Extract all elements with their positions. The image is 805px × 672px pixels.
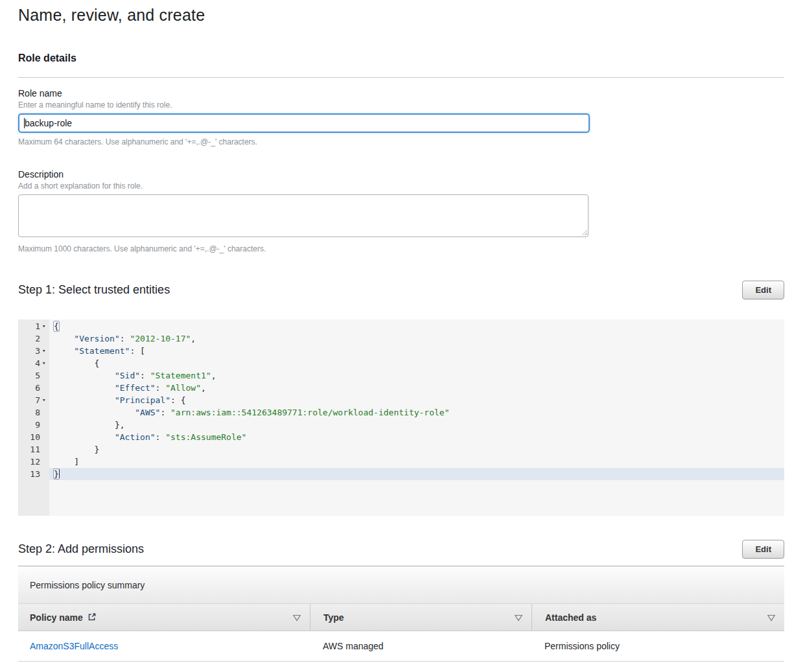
code-line[interactable]: "Statement": [ — [49, 345, 784, 357]
role-name-input[interactable] — [18, 113, 590, 133]
description-constraint: Maximum 1000 characters. Use alphanumeri… — [18, 244, 784, 253]
editor-code-area[interactable]: { "Version": "2012-10-17", "Statement": … — [49, 319, 784, 516]
step2-edit-button[interactable]: Edit — [742, 540, 784, 559]
page-container: Name, review, and create Role details Ro… — [18, 6, 784, 662]
policy-name-header-label: Policy name — [30, 612, 83, 623]
description-label: Description — [18, 169, 784, 180]
gutter-line-number: 2▾ — [18, 332, 49, 345]
code-line[interactable]: }, — [49, 419, 784, 431]
description-textarea-wrap — [18, 194, 589, 237]
step1-edit-button[interactable]: Edit — [742, 281, 784, 299]
gutter-line-number: 8▾ — [18, 406, 49, 419]
role-name-label: Role name — [18, 88, 784, 98]
attached-as-header-label: Attached as — [545, 612, 596, 623]
sort-triangle-icon[interactable] — [514, 614, 523, 621]
role-details-divider — [18, 77, 784, 78]
policy-type-cell: AWS managed — [310, 641, 531, 651]
fold-arrow-icon[interactable]: ▾ — [40, 320, 49, 332]
policy-link[interactable]: AmazonS3FullAccess — [30, 641, 118, 651]
code-line[interactable]: "Sid": "Statement1", — [49, 369, 784, 382]
code-line[interactable]: "AWS": "arn:aws:iam::541263489771:role/w… — [49, 406, 784, 419]
code-line[interactable]: { — [49, 320, 784, 332]
code-line[interactable]: ] — [49, 456, 784, 468]
policy-table-header: Policy name Type At — [18, 604, 784, 631]
gutter-line-number: 4▾ — [18, 357, 49, 369]
description-help: Add a short explanation for this role. — [18, 181, 784, 191]
step1-heading: Step 1: Select trusted entities — [18, 281, 170, 299]
editor-gutter: 1▾2▾3▾4▾5▾6▾7▾8▾9▾10▾11▾12▾13▾ — [18, 319, 49, 516]
role-name-input-wrap — [18, 113, 590, 133]
editor-caret — [59, 469, 60, 478]
code-line[interactable]: "Principal": { — [49, 394, 784, 406]
code-line[interactable]: "Version": "2012-10-17", — [49, 332, 784, 345]
gutter-line-number: 11▾ — [18, 443, 49, 456]
type-header-label: Type — [323, 612, 344, 623]
role-name-help: Enter a meaningful name to identify this… — [18, 100, 784, 110]
code-line[interactable]: { — [49, 357, 784, 369]
gutter-line-number: 9▾ — [18, 419, 49, 431]
gutter-line-number: 5▾ — [18, 369, 49, 382]
code-line[interactable]: } — [49, 443, 784, 456]
gutter-line-number: 3▾ — [18, 345, 49, 357]
code-line[interactable]: "Action": "sts:AssumeRole" — [49, 431, 784, 443]
code-line[interactable]: } — [49, 468, 784, 480]
attached-as-cell: Permissions policy — [531, 641, 784, 651]
code-line[interactable]: "Effect": "Allow", — [49, 382, 784, 394]
role-name-constraint: Maximum 64 characters. Use alphanumeric … — [18, 137, 784, 146]
column-header-policy-name[interactable]: Policy name — [18, 604, 310, 631]
gutter-line-number: 7▾ — [18, 394, 49, 406]
sort-triangle-icon[interactable] — [292, 614, 301, 621]
page-title: Name, review, and create — [18, 6, 784, 25]
gutter-line-number: 6▾ — [18, 382, 49, 394]
step1-header-row: Step 1: Select trusted entities Edit — [18, 281, 784, 299]
step2-header-row: Step 2: Add permissions Edit — [18, 540, 784, 559]
text-caret — [24, 118, 25, 128]
fold-arrow-icon[interactable]: ▾ — [40, 394, 49, 406]
permissions-panel: Permissions policy summary Policy name T… — [18, 566, 784, 662]
description-textarea[interactable] — [18, 194, 589, 237]
fold-arrow-icon[interactable]: ▾ — [40, 357, 49, 369]
permissions-panel-title: Permissions policy summary — [18, 566, 784, 604]
column-header-type[interactable]: Type — [310, 604, 531, 631]
fold-arrow-icon[interactable]: ▾ — [40, 345, 49, 357]
column-header-attached-as[interactable]: Attached as — [531, 604, 784, 631]
sort-triangle-icon[interactable] — [767, 614, 776, 621]
policy-name-cell: AmazonS3FullAccess — [18, 641, 310, 651]
trust-policy-code-editor[interactable]: 1▾2▾3▾4▾5▾6▾7▾8▾9▾10▾11▾12▾13▾ { "Versio… — [18, 319, 784, 516]
gutter-line-number: 1▾ — [18, 320, 49, 332]
gutter-line-number: 10▾ — [18, 431, 49, 443]
step2-heading: Step 2: Add permissions — [18, 540, 144, 558]
role-details-heading: Role details — [18, 52, 784, 64]
table-row: AmazonS3FullAccess AWS managed Permissio… — [18, 631, 784, 662]
gutter-line-number: 13▾ — [18, 468, 49, 480]
gutter-line-number: 12▾ — [18, 456, 49, 468]
external-link-icon — [88, 612, 97, 623]
